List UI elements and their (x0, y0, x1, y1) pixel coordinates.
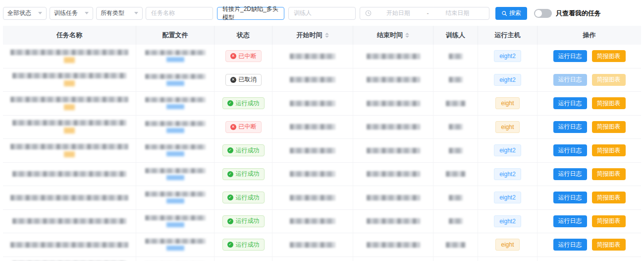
redacted-config-name (145, 50, 206, 55)
redacted-config-link[interactable] (166, 175, 184, 180)
table-header: 任务名称 配置文件 状态 开始时间 结束时间 训练人 运行主机 (3, 26, 641, 45)
report-chart-button[interactable]: 简报图表 (592, 239, 626, 251)
redacted-config-link[interactable] (166, 246, 184, 251)
column-label: 训练人 (446, 31, 465, 40)
report-chart-button[interactable]: 简报图表 (592, 215, 626, 227)
status-label: 运行成功 (236, 99, 260, 108)
redacted-start-time (290, 218, 335, 224)
redacted-trainer (446, 242, 466, 248)
column-label: 开始时间 (297, 31, 322, 40)
run-log-button[interactable]: 运行日志 (553, 168, 587, 180)
status-cell: ✓ 运行成功 (215, 139, 272, 162)
redacted-config-link[interactable] (166, 57, 184, 62)
status-cell: ✓ 运行成功 (215, 186, 272, 209)
task-name-cell (3, 45, 136, 68)
redacted-start-time (290, 195, 335, 200)
redacted-end-time (367, 242, 420, 248)
date-end-placeholder: 结束日期 (431, 9, 484, 17)
redacted-config-link[interactable] (166, 198, 184, 203)
task-type-select[interactable]: 训练任务 (50, 7, 93, 20)
redacted-config-link[interactable] (166, 81, 184, 86)
status-cell: ✓ 运行成功 (215, 163, 272, 186)
redacted-config-name (145, 192, 206, 196)
model-name-input[interactable]: 转接片_2D缺陷_多头模型 (217, 7, 284, 20)
report-chart-button[interactable]: 简报图表 (592, 97, 626, 109)
host-tag: eight2 (494, 192, 521, 203)
date-start-placeholder: 开始日期 (372, 9, 425, 17)
status-badge: ✓ 运行成功 (222, 215, 265, 227)
report-chart-button[interactable]: 简报图表 (592, 121, 626, 133)
redacted-start-time (290, 77, 335, 82)
redacted-config-link[interactable] (166, 104, 184, 109)
report-chart-button[interactable]: 简报图表 (592, 168, 626, 180)
actions-cell: 运行日志 简报图表 (537, 116, 641, 139)
redacted-task-tag (64, 80, 75, 86)
run-log-button[interactable]: 运行日志 (553, 239, 587, 251)
report-chart-button[interactable]: 简报图表 (592, 144, 626, 156)
status-icon: ✓ (227, 100, 233, 106)
status-badge: ✓ 运行成功 (222, 144, 265, 156)
run-log-button[interactable]: 运行日志 (553, 97, 587, 109)
table-row: ✓ 运行成功 eight2 运行日志 简报图表 (3, 163, 641, 187)
redacted-config-link[interactable] (166, 128, 184, 133)
my-tasks-toggle[interactable] (534, 9, 552, 18)
table-row: ✕ 已中断 eight2 运行日志 简报图表 (3, 45, 641, 68)
run-log-button[interactable]: 运行日志 (553, 74, 587, 86)
config-file-cell (136, 257, 215, 261)
redacted-task-tag (64, 104, 75, 110)
sort-icon[interactable] (325, 33, 329, 38)
report-chart-button[interactable]: 简报图表 (592, 192, 626, 203)
task-name-cell (3, 186, 136, 209)
redacted-config-name (145, 121, 206, 126)
status-select[interactable]: 全部状态 (3, 7, 47, 20)
trainer-cell (433, 186, 478, 209)
column-header-config-file: 配置文件 (136, 26, 215, 45)
category-select[interactable]: 所有类型 (96, 7, 143, 20)
redacted-end-time (367, 171, 420, 177)
redacted-config-link[interactable] (166, 151, 184, 156)
redacted-trainer (449, 195, 463, 200)
table-row: ✓ 运行成功 eight2 运行日志 简报图表 (3, 210, 641, 234)
host-tag: eight2 (494, 144, 521, 156)
end-time-cell (353, 257, 433, 261)
start-time-cell (272, 210, 353, 233)
status-badge: ✓ 运行成功 (222, 168, 265, 180)
actions-cell: 运行日志 简报图表 (537, 45, 641, 68)
redacted-task-name (10, 242, 128, 248)
task-type-select-value: 训练任务 (54, 9, 78, 17)
redacted-config-link[interactable] (166, 222, 184, 227)
status-badge: ✓ 运行成功 (222, 97, 265, 109)
redacted-trainer (446, 171, 466, 177)
task-name-input[interactable]: 任务名称 (146, 7, 213, 20)
date-range-picker[interactable]: 开始日期 - 结束日期 (360, 7, 489, 20)
actions-cell: 运行日志 简报图表 (537, 257, 641, 261)
table-row: ✕ 已取消 eight2 运行日志 简报图表 (3, 68, 641, 92)
status-label: 已中断 (239, 123, 257, 131)
run-log-button[interactable]: 运行日志 (553, 192, 587, 203)
end-time-cell (353, 45, 433, 68)
report-chart-button[interactable]: 简报图表 (592, 74, 626, 86)
run-log-button[interactable]: 运行日志 (553, 144, 587, 156)
task-name-cell (3, 233, 136, 257)
trainer-input[interactable]: 训练人 (288, 7, 356, 20)
redacted-task-name (12, 171, 126, 177)
redacted-start-time (290, 171, 335, 177)
redacted-config-name (145, 74, 206, 79)
sort-icon[interactable] (405, 33, 409, 38)
column-header-start-time[interactable]: 开始时间 (272, 26, 353, 45)
config-file-cell (136, 210, 215, 233)
search-button[interactable]: 搜索 (495, 7, 527, 20)
run-log-button[interactable]: 运行日志 (553, 215, 587, 227)
redacted-task-name (10, 195, 128, 200)
run-log-button[interactable]: 运行日志 (553, 121, 587, 133)
column-header-end-time[interactable]: 结束时间 (353, 26, 433, 45)
search-button-label: 搜索 (509, 9, 521, 17)
trainer-cell (433, 257, 478, 261)
status-label: 运行成功 (236, 170, 260, 178)
task-name-cell (3, 257, 136, 261)
end-time-cell (353, 139, 433, 162)
run-log-button[interactable]: 运行日志 (553, 50, 587, 62)
status-icon: ✕ (230, 53, 236, 59)
report-chart-button[interactable]: 简报图表 (592, 50, 626, 62)
redacted-config-name (145, 144, 206, 149)
